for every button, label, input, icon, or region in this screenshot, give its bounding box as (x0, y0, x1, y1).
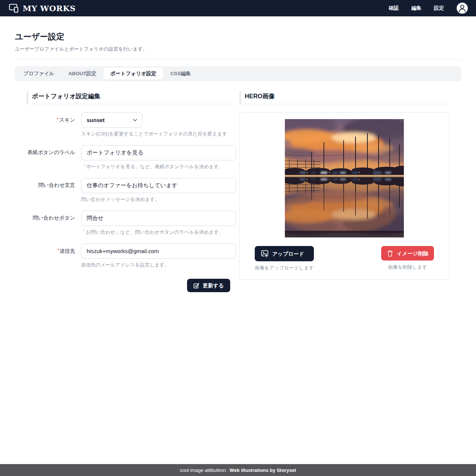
contact-button-input[interactable] (81, 211, 236, 226)
field-label: *送信先 (27, 243, 75, 268)
field-label: 問い合わせボタン (27, 211, 75, 236)
field-label: 表紙ボタンのラベル (27, 145, 75, 170)
tab-about[interactable]: ABOUT設定 (61, 68, 103, 80)
upload-button[interactable]: アップロード (255, 246, 314, 261)
settings-grid: ポートフォリオ設定編集 *スキン sunset スキン(CSS)を変更することで… (15, 92, 461, 292)
required-mark: * (57, 247, 59, 253)
settings-tabbar: プロファイル ABOUT設定 ポートフォリオ設定 CSS編集 (15, 66, 461, 81)
hero-section-title: HERO画像 (245, 92, 275, 100)
field-row-contact-button: 問い合わせボタン 「お問い合わせ」など、問い合わせボタンのラベルを決めます。 (27, 211, 236, 236)
tab-profile[interactable]: プロファイル (16, 68, 61, 80)
hero-image-card: アップロード 画像をアップロードします イメージ削除 (239, 112, 449, 280)
page-footer: cool image attibuttion: Web illustration… (0, 464, 476, 476)
delete-button-label: イメージ削除 (397, 251, 428, 256)
field-row-contact-message: 問い合わせ文言 問い合わせメッセージを決めます。 (27, 178, 236, 203)
delete-image-button[interactable]: イメージ削除 (381, 246, 434, 261)
image-upload-icon (261, 250, 269, 258)
cover-label-input[interactable] (81, 145, 236, 160)
hero-image-section: HERO画像 (239, 92, 449, 292)
required-mark: * (57, 116, 59, 122)
update-button[interactable]: 更新する (187, 279, 230, 292)
person-icon (457, 3, 468, 14)
page-subtitle: ユーザープロファイルとポートフォリオの設定を行います。 (15, 46, 461, 52)
navbar-links: 確認 編集 設定 (389, 3, 468, 14)
trash-icon (387, 250, 393, 257)
top-navbar: MY WORKS 確認 編集 設定 (0, 0, 476, 16)
nav-item-settings[interactable]: 設定 (434, 5, 444, 12)
form-section-header: ポートフォリオ設定編集 (27, 92, 236, 104)
field-label: *スキン (27, 112, 75, 137)
checkbox-check-icon (193, 282, 199, 288)
field-helper: 送信先のメールアドレスを設定します。 (81, 262, 236, 268)
tab-css[interactable]: CSS編集 (163, 68, 198, 80)
field-helper: 「お問い合わせ」など、問い合わせボタンのラベルを決めます。 (81, 229, 236, 236)
field-row-email: *送信先 送信先のメールアドレスを設定します。 (27, 243, 236, 268)
upload-helper: 画像をアップロードします (255, 265, 314, 271)
page-header: ユーザー設定 ユーザープロファイルとポートフォリオの設定を行います。 (15, 31, 461, 60)
field-helper: 「ポートフォリオを見る」など、表紙ボタンラベルを決めます。 (81, 163, 236, 170)
footer-attribution-prefix: cool image attibuttion: (180, 467, 227, 473)
form-section-title: ポートフォリオ設定編集 (32, 92, 100, 100)
field-row-skin: *スキン sunset スキン(CSS)を変更することでポートフォリオの見た目を… (27, 112, 236, 137)
chevron-down-icon (133, 119, 137, 122)
email-input[interactable] (81, 243, 236, 259)
update-button-label: 更新する (203, 283, 224, 288)
field-label: 問い合わせ文言 (27, 178, 75, 203)
page-title: ユーザー設定 (15, 31, 461, 42)
hero-image (285, 119, 404, 237)
field-helper: 問い合わせメッセージを決めます。 (81, 196, 236, 203)
tab-portfolio[interactable]: ポートフォリオ設定 (103, 68, 163, 80)
brand[interactable]: MY WORKS (9, 3, 75, 13)
contact-message-input[interactable] (81, 178, 236, 193)
field-helper: スキン(CSS)を変更することでポートフォリオの見た目を変えます (81, 131, 236, 137)
user-avatar[interactable] (457, 3, 468, 14)
field-row-cover-label: 表紙ボタンのラベル 「ポートフォリオを見る」など、表紙ボタンラベルを決めます。 (27, 145, 236, 170)
skin-select-value: sunset (87, 117, 104, 123)
delete-helper: 画像を削除します (388, 264, 427, 271)
upload-button-label: アップロード (272, 251, 304, 256)
nav-item-confirm[interactable]: 確認 (389, 5, 399, 12)
devices-logo-icon (9, 3, 19, 13)
skin-select[interactable]: sunset (81, 112, 142, 128)
app-title: MY WORKS (23, 4, 75, 13)
main-content: ユーザー設定 ユーザープロファイルとポートフォリオの設定を行います。 プロファイ… (0, 16, 476, 464)
nav-item-edit[interactable]: 編集 (411, 5, 421, 12)
hero-section-header: HERO画像 (239, 92, 449, 104)
footer-attribution-link[interactable]: Web illustrations by Storyset (229, 467, 296, 473)
portfolio-form-section: ポートフォリオ設定編集 *スキン sunset スキン(CSS)を変更することで… (27, 92, 236, 292)
